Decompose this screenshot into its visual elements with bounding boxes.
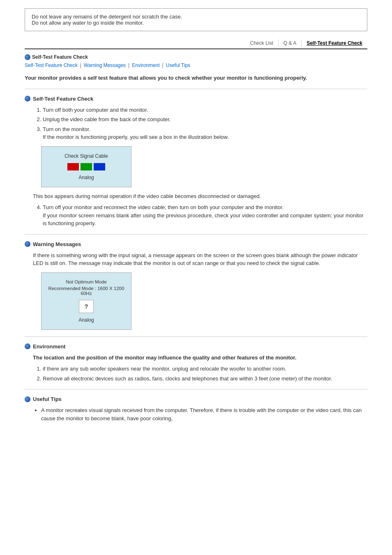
signal-box-analog: Analog (48, 175, 125, 180)
warning-description: If there is something wrong with the inp… (33, 251, 367, 267)
warning-analog: Analog (48, 317, 125, 323)
env-item-1: if there are any sub woofer speakers nea… (43, 365, 367, 373)
useful-tips-title: Useful Tips (33, 396, 62, 402)
warning-icon (25, 241, 30, 247)
page-label: Self-Test Feature Check (32, 54, 88, 60)
top-notice-line1: Do not leave any remains of the detergen… (32, 14, 360, 20)
color-block-blue (94, 163, 105, 170)
sub-nav: Self-Test Feature Check | Warning Messag… (25, 62, 367, 68)
signal-box-note: This box appears during normal operation… (33, 192, 367, 200)
color-blocks (48, 163, 125, 170)
environment-section: Environment The location and the positio… (25, 343, 367, 383)
warning-title: Warning Messages (33, 241, 81, 247)
tab-qa[interactable]: Q & A (279, 39, 302, 47)
signal-box: Check Signal Cable Analog (41, 146, 131, 187)
useful-tips-header: Useful Tips (25, 396, 367, 402)
useful-tips-body: A monitor recreates visual signals recei… (33, 406, 367, 422)
signal-box-title: Check Signal Cable (48, 153, 125, 159)
top-notice-line2: Do not allow any water to go inside the … (32, 20, 360, 26)
color-block-green (81, 163, 92, 170)
warn-title: Not Optimum Mode (48, 279, 125, 284)
self-test-icon (25, 96, 30, 101)
useful-tip-1: A monitor recreates visual signals recei… (41, 406, 367, 422)
warn-mode: Recommended Mode : 1600 X 1200 60Hz (48, 286, 125, 296)
useful-tips-section: Useful Tips A monitor recreates visual s… (25, 396, 367, 422)
sub-nav-self-test[interactable]: Self-Test Feature Check (25, 62, 78, 68)
self-test-body: Turn off both your computer and the moni… (33, 106, 367, 228)
environment-body: The location and the position of the mon… (33, 354, 367, 383)
environment-icon (25, 343, 30, 349)
step-3: Turn on the monitor. If the monitor is f… (43, 125, 367, 141)
useful-tips-icon (25, 396, 30, 402)
step-1: Turn off both your computer and the moni… (43, 106, 367, 114)
environment-bold: The location and the position of the mon… (33, 354, 367, 362)
self-test-steps: Turn off both your computer and the moni… (43, 106, 367, 141)
breadcrumb: Self-Test Feature Check (25, 54, 367, 60)
sub-nav-useful-tips[interactable]: Useful Tips (166, 62, 190, 68)
warning-body: If there is something wrong with the inp… (33, 251, 367, 330)
question-box: ? (79, 300, 94, 313)
tab-check-list[interactable]: Check List (245, 39, 279, 47)
sub-nav-warning[interactable]: Warning Messages (84, 62, 126, 68)
self-test-header: Self-Test Feature Check (25, 96, 367, 102)
color-block-red (67, 163, 79, 170)
warning-box: Not Optimum Mode Recommended Mode : 1600… (41, 272, 131, 330)
sub-nav-environment[interactable]: Environment (132, 62, 159, 68)
bullet-icon (25, 54, 30, 60)
warning-section: Warning Messages If there is something w… (25, 241, 367, 330)
top-notice-box: Do not leave any remains of the detergen… (25, 8, 367, 31)
intro-text: Your monitor provides a self test featur… (25, 74, 367, 82)
warning-header: Warning Messages (25, 241, 367, 247)
environment-header: Environment (25, 343, 367, 350)
step-4: Turn off your monitor and reconnect the … (43, 203, 367, 228)
useful-tips-list: A monitor recreates visual signals recei… (41, 406, 367, 422)
env-item-2: Remove all electronic devices such as ra… (43, 375, 367, 383)
main-content: Self-Test Feature Check Self-Test Featur… (25, 54, 367, 422)
environment-list: if there are any sub woofer speakers nea… (43, 365, 367, 382)
step-4-list: Turn off your monitor and reconnect the … (43, 203, 367, 228)
tab-self-test[interactable]: Self-Test Feature Check (302, 39, 367, 47)
step-2: Unplug the video cable from the back of … (43, 115, 367, 124)
nav-tabs-container: Check List Q & A Self-Test Feature Check (25, 39, 367, 49)
self-test-section: Self-Test Feature Check Turn off both yo… (25, 96, 367, 228)
self-test-title: Self-Test Feature Check (33, 96, 93, 102)
environment-title: Environment (33, 343, 65, 350)
